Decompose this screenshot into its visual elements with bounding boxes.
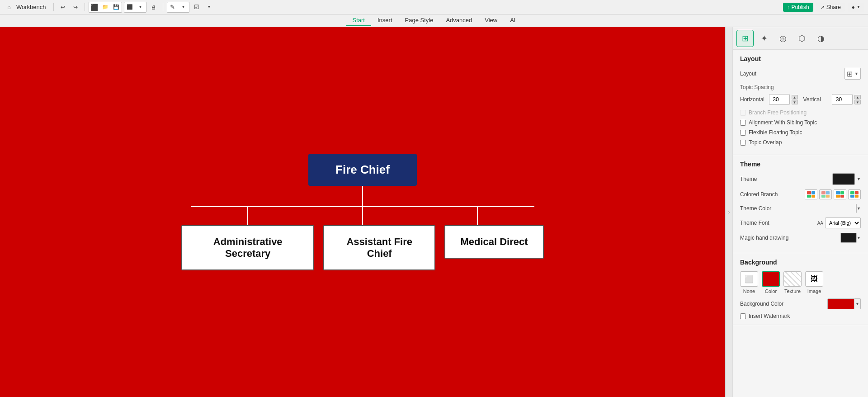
edit-dropdown[interactable]: ▼ <box>178 2 189 12</box>
canvas[interactable]: Fire Chief Administrative Secretary <box>0 27 725 397</box>
bg-color-row: Background Color ▼ <box>740 298 861 309</box>
edit-button-group: ✎ ▼ <box>167 2 189 13</box>
theme-font-control: AA Arial (Big) <box>817 217 861 228</box>
magic-color-swatch[interactable] <box>840 233 857 243</box>
magic-dropdown-arrow[interactable]: ▼ <box>857 236 861 240</box>
cb-option-3[interactable] <box>834 189 846 199</box>
watermark-checkbox[interactable] <box>740 313 746 319</box>
theme-color-label: Theme Color <box>740 205 856 212</box>
home-icon[interactable]: ⌂ <box>4 2 14 12</box>
org-root-node[interactable]: Fire Chief <box>308 154 417 186</box>
export-button[interactable]: ⬛ <box>124 2 135 12</box>
menu-ai[interactable]: AI <box>504 15 522 26</box>
theme-row: Theme ▼ <box>740 173 861 185</box>
horizontal-input[interactable] <box>769 94 790 105</box>
background-section-title: Background <box>740 259 861 266</box>
theme-color-dropdown-arrow[interactable]: ▼ <box>857 206 861 211</box>
tab-layout[interactable]: ⊞ <box>736 30 754 47</box>
menu-view[interactable]: View <box>478 15 504 26</box>
open-folder-button[interactable]: 📁 <box>100 2 111 12</box>
layout-label: Layout <box>740 71 844 77</box>
edit-button[interactable]: ✎ <box>167 2 178 12</box>
menu-page-style[interactable]: Page Style <box>399 15 440 26</box>
horizontal-label: Horizontal <box>740 96 769 103</box>
topic-overlap-label: Topic Overlap <box>749 139 782 146</box>
horizontal-down[interactable]: ▼ <box>792 100 798 104</box>
alignment-checkbox[interactable] <box>740 120 746 126</box>
bg-color-control: ▼ <box>827 298 861 309</box>
bg-image-icon: 🖼 <box>805 271 823 287</box>
theme-dropdown-arrow[interactable]: ▼ <box>857 177 861 181</box>
menu-advanced[interactable]: Advanced <box>439 15 478 26</box>
right-panel: ⊞ ✦ ◎ ⬡ ◑ Layout Layout ⊞ ▼ Topic Spacin… <box>732 27 868 397</box>
cb-option-2[interactable] <box>819 189 832 199</box>
bg-color-option[interactable]: Color <box>762 271 780 294</box>
theme-label: Theme <box>740 176 832 182</box>
layout-icon: ⊞ <box>847 70 853 78</box>
sidebar-collapse-button[interactable]: › <box>725 27 732 397</box>
magic-drawing-label: Magic hand drawing <box>740 235 840 241</box>
background-section: Background ⬜ None Color Texture 🖼 Image <box>733 253 868 325</box>
bg-color-swatch[interactable] <box>827 298 854 309</box>
org-child-label-1: Assistant Fire Chief <box>346 236 412 259</box>
org-child-label-2: Medical Direct <box>460 236 528 247</box>
tab-shape[interactable]: ⬡ <box>793 30 811 47</box>
theme-font-select[interactable]: Arial (Big) <box>825 217 861 228</box>
file-button-group: ⬛ 📁 💾 <box>89 2 122 13</box>
bg-texture-icon <box>783 271 802 287</box>
bg-image-option[interactable]: 🖼 Image <box>805 271 823 294</box>
vertical-down[interactable]: ▼ <box>854 100 861 104</box>
toolbar-separator-3 <box>163 3 163 11</box>
org-child-node-2[interactable]: Medical Direct <box>444 225 544 259</box>
export-dropdown[interactable]: ▼ <box>135 2 146 12</box>
print-button[interactable]: 🖨 <box>148 2 159 12</box>
vertical-control: ▲ ▼ <box>832 94 861 105</box>
horizontal-up[interactable]: ▲ <box>792 95 798 99</box>
bg-none-option[interactable]: ⬜ None <box>740 271 758 294</box>
app-brand: ⌂ Workbench <box>4 2 46 12</box>
menu-insert[interactable]: Insert <box>371 15 399 26</box>
alignment-label: Alignment With Sibling Topic <box>749 119 817 126</box>
cb-option-1[interactable] <box>805 189 817 199</box>
horizontal-control: ▲ ▼ <box>769 94 798 105</box>
tab-style[interactable]: ✦ <box>755 30 773 47</box>
undo-button[interactable]: ↩ <box>57 2 68 12</box>
publish-button[interactable]: ↑ Publish <box>783 3 813 12</box>
flexible-label: Flexible Floating Topic <box>749 129 802 136</box>
toolbar: ⌂ Workbench ↩ ↪ ⬛ 📁 💾 ⬛ ▼ 🖨 ✎ ▼ ☑ ▼ ↑ Pu… <box>0 0 868 14</box>
magic-drawing-control: ▼ <box>840 233 861 243</box>
vertical-up[interactable]: ▲ <box>854 95 861 99</box>
checkbox-button[interactable]: ☑ <box>191 2 202 12</box>
topic-overlap-checkbox[interactable] <box>740 140 746 146</box>
branch-free-checkbox[interactable] <box>740 110 746 116</box>
bg-color-dropdown[interactable]: ▼ <box>854 298 861 309</box>
theme-font-row: Theme Font AA Arial (Big) <box>740 217 861 228</box>
bg-texture-option[interactable]: Texture <box>783 271 802 294</box>
menu-start[interactable]: Start <box>346 15 371 26</box>
flexible-checkbox[interactable] <box>740 130 746 136</box>
share-button[interactable]: ↗ Share <box>816 3 845 12</box>
account-button[interactable]: ● ▼ <box>848 3 864 12</box>
share-label: Share <box>826 4 841 10</box>
theme-section: Theme Theme ▼ Colored Branch <box>733 155 868 253</box>
extra-dropdown[interactable]: ▼ <box>204 2 215 12</box>
layout-dropdown[interactable]: ⊞ ▼ <box>844 68 861 80</box>
tab-location[interactable]: ◎ <box>774 30 792 47</box>
spacing-row: Horizontal ▲ ▼ Vertical ▲ ▼ <box>740 94 861 105</box>
org-child-node-0[interactable]: Administrative Secretary <box>181 225 314 270</box>
cb-option-4[interactable] <box>848 189 861 199</box>
tab-animation[interactable]: ◑ <box>812 30 830 47</box>
org-child-node-1[interactable]: Assistant Fire Chief <box>323 225 435 270</box>
vertical-input[interactable] <box>832 94 853 105</box>
child-connector-1 <box>247 207 248 225</box>
theme-preview[interactable] <box>832 173 855 185</box>
magic-drawing-row: Magic hand drawing ▼ <box>740 233 861 243</box>
org-children: Administrative Secretary Assistant Fire … <box>181 225 544 270</box>
redo-button[interactable]: ↪ <box>70 2 81 12</box>
publish-label: Publish <box>791 4 809 10</box>
new-button[interactable]: ⬛ <box>89 2 100 12</box>
flexible-row: Flexible Floating Topic <box>740 129 861 136</box>
colored-branch-options <box>805 189 861 199</box>
save-button[interactable]: 💾 <box>111 2 122 12</box>
bg-color-icon <box>762 271 780 287</box>
